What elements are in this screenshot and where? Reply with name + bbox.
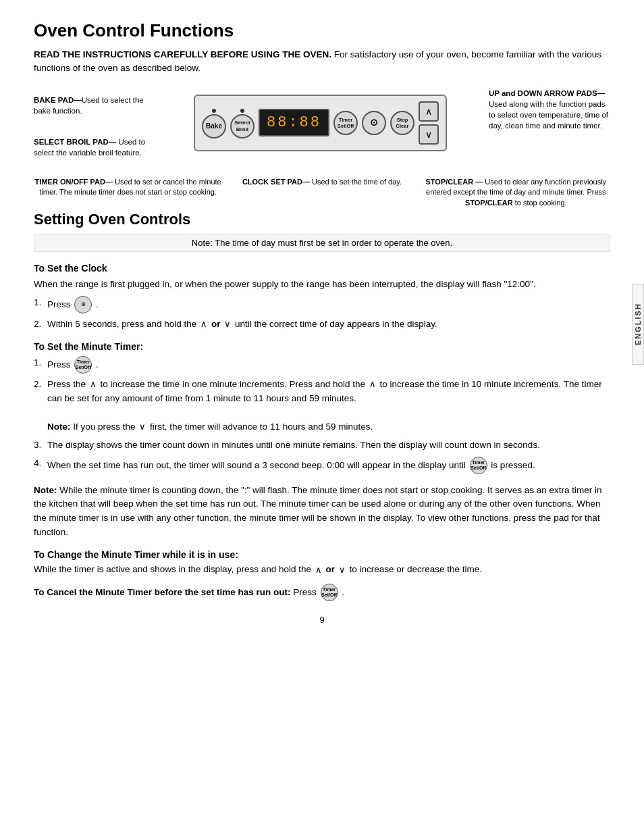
down-arrow-button[interactable]: ∨ [419, 124, 439, 145]
oven-panel: Bake SelectBroil 88:88 TimerSet/Off ⊙ St… [194, 95, 447, 151]
arrow-buttons: ∧ ∨ [419, 101, 439, 145]
clock-set-label: CLOCK SET PAD— Used to set the time of d… [227, 177, 416, 208]
set-timer-heading: To Set the Minute Timer: [34, 341, 610, 352]
set-clock-steps: 1. Press ⊙ . 2. Within 5 seconds, press … [34, 296, 610, 332]
up-arrow-inline-3: ∧ [369, 378, 376, 391]
diagram-right-labels: UP and DOWN ARROW PADS— Used along with … [482, 88, 610, 168]
diagram-center-panel: Bake SelectBroil 88:88 TimerSet/Off ⊙ St… [159, 88, 482, 168]
up-arrow-inline-4: ∧ [315, 563, 322, 577]
diagram-left-labels: BAKE PAD—Used to select the bake functio… [34, 88, 159, 168]
select-broil-title: SELECT BROIL PAD— [34, 138, 116, 146]
intro-bold: READ THE INSTRUCTIONS CAREFULLY BEFORE U… [34, 49, 331, 59]
bake-pad-title: BAKE PAD— [34, 96, 82, 104]
intro-paragraph: READ THE INSTRUCTIONS CAREFULLY BEFORE U… [34, 48, 610, 76]
note-block: Note: While the minute timer is counting… [34, 484, 610, 540]
set-clock-step-1: 1. Press ⊙ . [34, 296, 610, 313]
cancel-timer-heading: To Cancel the Minute Timer before the se… [34, 587, 291, 597]
select-broil-label: SELECT BROIL PAD— Used to select the var… [34, 136, 152, 158]
cancel-timer-line: To Cancel the Minute Timer before the se… [34, 584, 610, 601]
change-timer-text: While the timer is active and shows in t… [34, 563, 610, 577]
up-arrow-button[interactable]: ∧ [419, 101, 439, 122]
set-timer-step-1: 1. Press TimerSet/Off . [34, 356, 610, 374]
timer-button[interactable]: TimerSet/Off [333, 111, 358, 135]
timer-inline-btn-1: TimerSet/Off [74, 356, 92, 374]
clock-inline-btn-1: ⊙ [74, 296, 92, 313]
note-bar: Note: The time of day must first be set … [34, 234, 610, 252]
bake-button[interactable]: Bake [202, 114, 226, 138]
diagram-section: BAKE PAD—Used to select the bake functio… [34, 88, 610, 209]
section2-title: Setting Oven Controls [34, 211, 610, 228]
up-arrow-inline-1: ∧ [200, 318, 207, 331]
clock-button[interactable]: ⊙ [362, 111, 386, 135]
set-clock-step-2: 2. Within 5 seconds, press and hold the … [34, 318, 610, 332]
english-vertical-label: ENGLISH [632, 284, 644, 365]
diagram-bottom-row: TIMER ON/OFF PAD— Used to set or cancel … [34, 177, 610, 208]
page-number: 9 [34, 615, 610, 625]
arrow-pads-label: UP and DOWN ARROW PADS— Used along with … [489, 88, 610, 131]
change-timer-heading: To Change the Minute Timer while it is i… [34, 549, 610, 560]
set-timer-step-2: 2. Press the ∧ to increase the time in o… [34, 378, 610, 434]
set-timer-step-4: 4. When the set time has run out, the ti… [34, 457, 610, 474]
down-arrow-inline-1: ∨ [224, 318, 231, 331]
note-block-label: Note: [34, 485, 57, 495]
broil-dot [240, 109, 244, 113]
bake-pad-label: BAKE PAD—Used to select the bake functio… [34, 95, 152, 116]
timer-inline-btn-3: TimerSet/Off [321, 584, 338, 601]
timer-inline-btn-2: TimerSet/Off [470, 457, 487, 474]
stop-clear-button[interactable]: StopClear [390, 111, 414, 135]
set-clock-intro: When the range is first plugged in, or w… [34, 278, 610, 292]
down-arrow-inline-3: ∨ [339, 563, 346, 577]
oven-display: 88:88 [259, 109, 329, 136]
bake-dot [212, 109, 216, 113]
timer-pad-label: TIMER ON/OFF PAD— Used to set or cancel … [34, 177, 222, 208]
arrow-pads-title: UP and DOWN ARROW PADS— [489, 89, 605, 97]
diagram-top-row: BAKE PAD—Used to select the bake functio… [34, 88, 610, 168]
up-arrow-inline-2: ∧ [90, 378, 97, 391]
set-clock-heading: To Set the Clock [34, 263, 610, 274]
set-timer-steps: 1. Press TimerSet/Off . 2. Press the ∧ t… [34, 356, 610, 474]
select-broil-button[interactable]: SelectBroil [230, 114, 254, 138]
page-title: Oven Control Functions [34, 20, 610, 41]
stop-clear-bottom-label: STOP/CLEAR — Used to clear any function … [422, 177, 610, 208]
timer-note-inline: Note: If you press the ∨ first, the time… [47, 422, 373, 432]
note-block-text: While the minute timer is counting down,… [34, 485, 601, 538]
set-timer-step-3: 3. The display shows the timer count dow… [34, 438, 610, 453]
down-arrow-inline-2: ∨ [139, 420, 146, 434]
